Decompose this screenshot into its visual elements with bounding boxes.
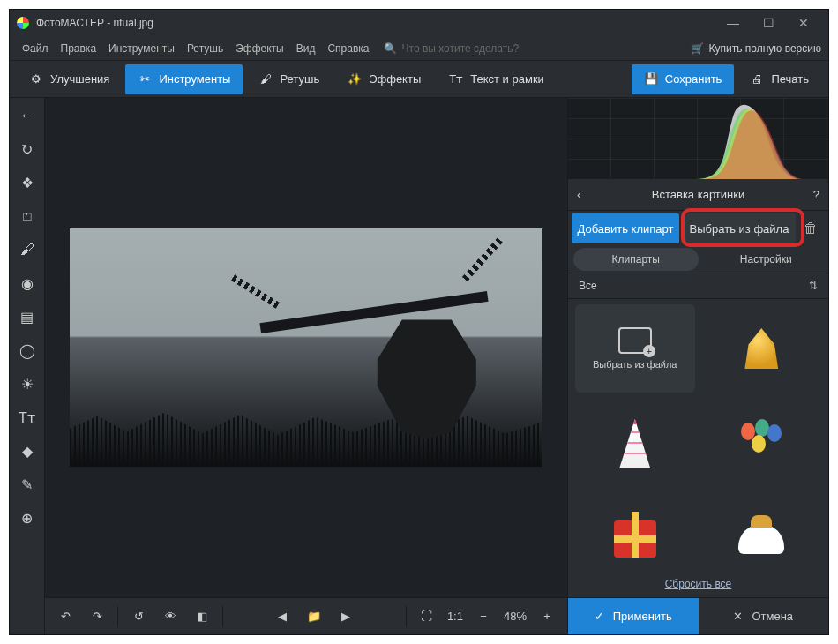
bells-icon [743,328,780,369]
canvas[interactable] [45,98,567,597]
paint-icon[interactable]: 🖌 [15,237,40,262]
cancel-label: Отмена [752,610,793,623]
fill-icon[interactable]: ◆ [15,438,40,463]
clipart-party-hat[interactable] [575,400,695,488]
stamp-icon[interactable]: ⏍ [15,204,40,228]
menu-view[interactable]: Вид [291,39,321,58]
tab-effects[interactable]: ✨Эффекты [335,64,433,94]
tab-effects-label: Эффекты [369,72,421,86]
undo-button[interactable]: ↶ [54,605,77,628]
menu-file[interactable]: Файл [17,39,54,58]
tab-tools[interactable]: ✂Инструменты [125,64,243,94]
gift-round-icon [738,524,784,554]
gift-icon [614,520,656,558]
redo-button[interactable]: ↷ [86,605,108,628]
panel-tabs: Клипарты Настройки [568,246,828,273]
side-toolbar: ← ↻ ❖ ⏍ 🖌 ◉ ▤ ◯ ☀ Tᴛ ◆ ✎ ⊕ [10,98,45,634]
cancel-button[interactable]: ✕Отмена [699,598,829,634]
clipart-action-row: Добавить клипарт Выбрать из файла 🗑 [568,211,828,246]
maximize-button[interactable]: ☐ [751,10,786,36]
close-button[interactable]: ✕ [786,10,821,36]
buy-full-version-button[interactable]: 🛒 Купить полную версию [691,42,821,55]
panel-back-button[interactable]: ‹ [577,188,580,201]
clipart-bells[interactable] [702,304,822,393]
tab-retouch-label: Ретушь [280,72,319,86]
tab-text[interactable]: TᴛТекст и рамки [437,64,557,94]
compare-icon[interactable]: ◧ [191,605,213,628]
back-arrow-icon[interactable]: ← [15,103,40,128]
zoom-pct: 48% [504,610,527,623]
bottom-bar: ↶ ↷ ↺ 👁 ◧ ◀ 📁 ▶ ⛶ 1:1 [45,597,567,634]
zoom-out-button[interactable]: − [472,605,495,628]
check-icon: ✓ [595,610,604,623]
next-button[interactable]: ▶ [334,605,357,628]
open-folder-button[interactable]: 📁 [303,605,325,628]
print-button[interactable]: 🖨Печать [737,64,821,94]
histogram [568,98,828,179]
gradient-icon[interactable]: ▤ [15,304,40,329]
rotate-icon[interactable]: ↻ [15,137,40,161]
tab-retouch[interactable]: 🖌Ретушь [246,64,332,94]
right-panel: ‹ Вставка картинки ? Добавить клипарт Вы… [567,98,828,634]
clipart-gift-white[interactable] [702,495,822,571]
delete-button[interactable]: 🗑 [798,216,823,241]
text-icon: Tᴛ [449,72,463,86]
text-tool-icon[interactable]: Tᴛ [15,405,40,430]
pen-icon[interactable]: ✎ [15,472,40,497]
zoom-11-label[interactable]: 1:1 [447,610,463,623]
print-label: Печать [771,72,809,86]
menubar: Файл Правка Инструменты Ретушь Эффекты В… [10,36,828,61]
panel-header: ‹ Вставка картинки ? [568,179,828,211]
pick-file-label: Выбрать из файла [690,222,789,236]
add-clipart-button[interactable]: Добавить клипарт [572,213,679,243]
party-hat-icon [616,419,655,468]
app-logo-icon [17,17,29,29]
save-button[interactable]: 💾Сохранить [632,64,735,94]
menu-tools[interactable]: Инструменты [103,39,180,58]
edited-image [70,228,542,467]
menu-retouch[interactable]: Ретушь [182,39,228,58]
reset-all-link[interactable]: Сбросить все [568,571,828,597]
tab-tools-label: Инструменты [159,72,230,86]
sliders-icon: ⚙ [29,72,43,86]
radial-icon[interactable]: ◉ [15,271,40,296]
minimize-button[interactable]: — [715,10,751,36]
pick-from-file-button[interactable]: Выбрать из файла [683,213,796,243]
eye-icon[interactable]: 👁 [159,605,182,628]
prev-button[interactable]: ◀ [271,605,294,628]
menu-effects[interactable]: Эффекты [230,39,289,58]
clipart-grid: Выбрать из файла [568,299,828,571]
panel-title: Вставка картинки [652,188,744,201]
save-label: Сохранить [665,72,722,86]
tab-enhance[interactable]: ⚙Улучшения [17,64,122,94]
zoom-in-button[interactable]: + [535,605,558,628]
heal-icon[interactable]: ❖ [15,170,40,195]
apply-button[interactable]: ✓Применить [568,598,699,634]
menu-help[interactable]: Справка [322,39,374,58]
tab-settings-label: Настройки [740,253,792,266]
history-icon[interactable]: ↺ [127,605,150,628]
category-dropdown[interactable]: Все ⇅ [568,273,828,299]
brush-icon: 🖌 [258,72,273,86]
pick-file-cell[interactable]: Выбрать из файла [575,304,695,393]
wand-icon: ✨ [348,72,362,86]
search-icon: 🔍 [384,42,397,55]
search-input[interactable]: Что вы хотите сделать? [402,42,520,55]
menu-edit[interactable]: Правка [56,39,102,58]
buy-label: Купить полную версию [709,42,821,55]
apply-label: Применить [613,610,672,623]
pick-file-cell-label: Выбрать из файла [593,359,677,370]
brightness-icon[interactable]: ☀ [15,371,40,396]
add-clipart-label: Добавить клипарт [578,222,674,236]
cart-icon: 🛒 [691,42,704,55]
globe-icon[interactable]: ⊕ [15,505,40,530]
clipart-balloons[interactable] [702,400,822,488]
clipart-gift-red[interactable] [575,495,695,571]
fit-screen-button[interactable]: ⛶ [415,605,438,628]
print-icon: 🖨 [750,72,764,86]
vignette-icon[interactable]: ◯ [15,338,40,363]
panel-help-button[interactable]: ? [813,188,819,201]
tab-cliparts[interactable]: Клипарты [573,248,699,271]
tab-settings[interactable]: Настройки [704,246,829,273]
save-icon: 💾 [644,72,658,86]
